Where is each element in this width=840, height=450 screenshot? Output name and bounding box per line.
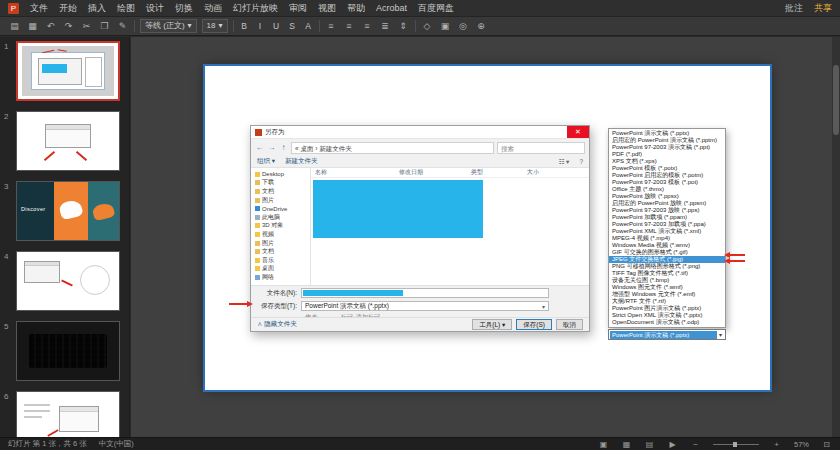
format-option[interactable]: Office 主题 (*.thmx)	[609, 186, 725, 193]
font-size-select[interactable]: 18 ▾	[202, 19, 228, 33]
zoom-slider-knob[interactable]	[733, 442, 737, 447]
redo-icon[interactable]: ↷	[62, 21, 75, 31]
font-name-select[interactable]: 等线 (正文) ▾	[140, 19, 197, 33]
undo-icon[interactable]: ↶	[44, 21, 57, 31]
sidebar-folder-item[interactable]: 网络	[251, 273, 310, 282]
slide-1-preview[interactable]	[16, 41, 120, 101]
organize-menu[interactable]: 组织 ▾	[257, 157, 275, 166]
sidebar-folder-item[interactable]: Desktop	[251, 170, 310, 179]
search-input[interactable]: 搜索	[497, 142, 585, 154]
ribbon-tab[interactable]: Acrobat	[376, 3, 407, 13]
align-right-icon[interactable]: ≡	[361, 21, 374, 31]
sidebar-folder-item[interactable]: 视频	[251, 230, 310, 239]
format-option[interactable]: 大纲/RTF 文件 (*.rtf)	[609, 298, 725, 305]
sidebar-folder-item[interactable]: 文档	[251, 247, 310, 256]
format-option[interactable]: 增强型 Windows 元文件 (*.emf)	[609, 291, 725, 298]
format-option[interactable]: PowerPoint 97-2003 放映 (*.pps)	[609, 207, 725, 214]
slide-thumbnail-2[interactable]: 2	[0, 111, 130, 175]
underline-button[interactable]: U	[271, 21, 282, 31]
address-bar[interactable]: « 桌面 › 新建文件夹	[291, 142, 494, 154]
justify-icon[interactable]: ≣	[379, 21, 392, 31]
format-option[interactable]: 启用宏的 PowerPoint 演示文稿 (*.pptm)	[609, 137, 725, 144]
slide-sorter-icon[interactable]: ▦	[621, 440, 632, 449]
column-header[interactable]: 大小	[527, 168, 557, 177]
format-option[interactable]: PowerPoint 图片演示文稿 (*.pptx)	[609, 305, 725, 312]
format-option[interactable]: PowerPoint XML 演示文稿 (*.xml)	[609, 228, 725, 235]
zoom-percentage[interactable]: 57%	[794, 440, 809, 449]
save-as-dialog-image[interactable]: 另存为 ✕ ← → ↑ « 桌面 › 新建文件夹 搜索 组织 ▾ 新建文件夹 ☷…	[250, 125, 590, 332]
align-left-icon[interactable]: ≡	[325, 21, 338, 31]
format-option[interactable]: XPS 文档 (*.xps)	[609, 158, 725, 165]
up-icon[interactable]: ↑	[279, 143, 288, 152]
print-icon[interactable]: ▦	[26, 21, 39, 31]
cut-icon[interactable]: ✂	[80, 21, 93, 31]
file-list-area[interactable]: 名称修改日期类型大小	[311, 168, 589, 285]
ribbon-tab[interactable]: 设计	[146, 2, 164, 15]
italic-button[interactable]: I	[255, 21, 266, 31]
format-option[interactable]: PNG 可移植网络图形格式 (*.png)	[609, 263, 725, 270]
column-header[interactable]: 修改日期	[399, 168, 471, 177]
sidebar-folder-item[interactable]: 3D 对象	[251, 222, 310, 231]
arrange-icon[interactable]: ▣	[439, 21, 452, 31]
canvas-scrollbar[interactable]	[832, 37, 840, 437]
sidebar-folder-item[interactable]: 图片	[251, 196, 310, 205]
new-folder-button[interactable]: 新建文件夹	[285, 157, 318, 166]
bold-button[interactable]: B	[239, 21, 250, 31]
view-toggle-icon[interactable]: ☷ ▾	[558, 158, 569, 166]
sidebar-folder-item[interactable]: 下载	[251, 179, 310, 188]
format-option[interactable]: 设备无关位图 (*.bmp)	[609, 277, 725, 284]
ribbon-tab[interactable]: 视图	[318, 2, 336, 15]
format-option[interactable]: OpenDocument 演示文稿 (*.odp)	[609, 319, 725, 326]
forward-icon[interactable]: →	[267, 143, 276, 152]
normal-view-icon[interactable]: ▣	[598, 440, 609, 449]
sidebar-folder-item[interactable]: 图片	[251, 239, 310, 248]
cancel-button[interactable]: 取消	[556, 319, 583, 330]
ribbon-tab[interactable]: 插入	[88, 2, 106, 15]
save-icon[interactable]: ▤	[8, 21, 21, 31]
reading-view-icon[interactable]: ▤	[644, 440, 655, 449]
shapes-icon[interactable]: ◇	[421, 21, 434, 31]
slide-2-preview[interactable]	[16, 111, 120, 171]
slide-3-preview[interactable]: Discover	[16, 181, 120, 241]
slide-thumbnail-6[interactable]: 6	[0, 391, 130, 437]
fit-to-window-icon[interactable]: ⊡	[821, 440, 832, 449]
format-painter-icon[interactable]: ✎	[116, 21, 129, 31]
format-option[interactable]: PowerPoint 97-2003 演示文稿 (*.ppt)	[609, 144, 725, 151]
replace-icon[interactable]: ⊕	[475, 21, 488, 31]
slide-thumbnail-5[interactable]: 5	[0, 321, 130, 385]
ribbon-tab[interactable]: 文件	[30, 2, 48, 15]
language-indicator[interactable]: 中文(中国)	[99, 439, 134, 449]
sidebar-folder-item[interactable]: 音乐	[251, 256, 310, 265]
strikethrough-button[interactable]: S	[287, 21, 298, 31]
zoom-slider[interactable]	[713, 444, 759, 445]
format-option[interactable]: Windows Media 视频 (*.wmv)	[609, 242, 725, 249]
format-option[interactable]: 启用宏的 PowerPoint 放映 (*.ppsm)	[609, 200, 725, 207]
column-header[interactable]: 类型	[471, 168, 527, 177]
back-icon[interactable]: ←	[255, 143, 264, 152]
sidebar-folder-item[interactable]: 桌面	[251, 265, 310, 274]
copy-icon[interactable]: ❐	[98, 21, 111, 31]
column-header[interactable]: 名称	[315, 168, 399, 177]
sidebar-folder-item[interactable]: 此电脑	[251, 213, 310, 222]
format-option[interactable]: PowerPoint 放映 (*.ppsx)	[609, 193, 725, 200]
editing-canvas[interactable]: 另存为 ✕ ← → ↑ « 桌面 › 新建文件夹 搜索 组织 ▾ 新建文件夹 ☷…	[131, 37, 840, 437]
format-option[interactable]: Strict Open XML 演示文稿 (*.pptx)	[609, 312, 725, 319]
ribbon-tab[interactable]: 动画	[204, 2, 222, 15]
format-option[interactable]: PowerPoint 演示文稿 (*.pptx)	[609, 130, 725, 137]
ribbon-tab[interactable]: 帮助	[347, 2, 365, 15]
ribbon-tab[interactable]: 绘图	[117, 2, 135, 15]
slide-thumbnail-3[interactable]: 3 Discover	[0, 181, 130, 245]
sidebar-folder-item[interactable]: OneDrive	[251, 204, 310, 213]
slide-6-preview[interactable]	[16, 391, 120, 437]
align-center-icon[interactable]: ≡	[343, 21, 356, 31]
zoom-out-button[interactable]: −	[690, 440, 701, 449]
file-name-input[interactable]	[301, 288, 549, 298]
slideshow-icon[interactable]: ▶	[667, 440, 678, 449]
slide-4-preview[interactable]	[16, 251, 120, 311]
comments-button[interactable]: 批注	[785, 2, 803, 15]
close-icon[interactable]: ✕	[567, 126, 589, 138]
format-option[interactable]: PowerPoint 97-2003 模板 (*.pot)	[609, 179, 725, 186]
format-option[interactable]: MPEG-4 视频 (*.mp4)	[609, 235, 725, 242]
ribbon-tab[interactable]: 切换	[175, 2, 193, 15]
ribbon-tab[interactable]: 审阅	[289, 2, 307, 15]
